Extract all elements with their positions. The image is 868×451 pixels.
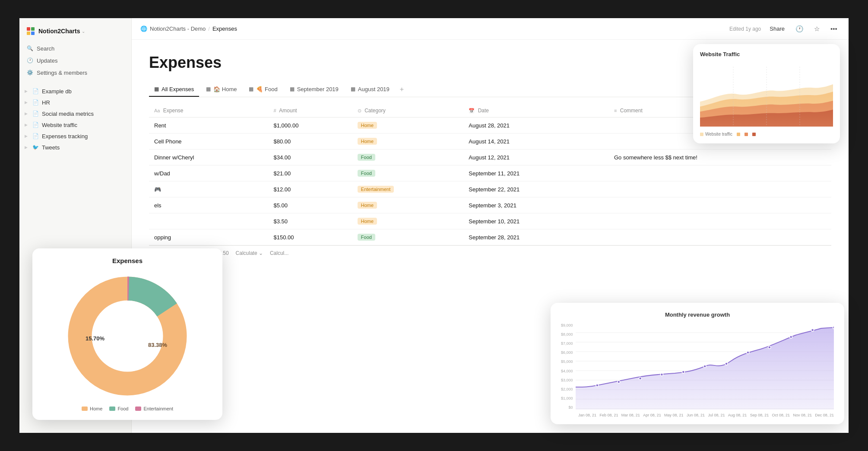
- tree-arrow-icon: ▶: [25, 122, 31, 128]
- legend-home-label: Home: [90, 406, 102, 411]
- svg-point-33: [833, 326, 834, 329]
- revenue-chart-title: Monthly revenue growth: [561, 311, 834, 318]
- donut-legend: Home Food Entertainment: [43, 406, 212, 411]
- tree-item-label: HR: [42, 99, 50, 106]
- cell-category: Home: [352, 197, 464, 213]
- tab-label: All Expenses: [162, 86, 194, 92]
- table-row: 🎮 $12.00 Entertainment September 22, 202…: [149, 181, 831, 197]
- settings-label: Settings & members: [37, 70, 87, 76]
- tab-september-2019[interactable]: ▦ September 2019: [285, 83, 344, 97]
- legend-food-color: [109, 407, 115, 411]
- tab-food[interactable]: ▦ 🍕 Food: [244, 83, 282, 97]
- cell-date: August 12, 2021: [463, 149, 609, 165]
- sidebar-item-example-db[interactable]: ▶ 📄 Example db: [19, 86, 131, 97]
- more-icon-button[interactable]: •••: [828, 23, 840, 35]
- cell-amount: $80.00: [269, 133, 352, 149]
- tab-label: September 2019: [297, 86, 339, 92]
- svg-point-25: [660, 373, 663, 376]
- svg-point-23: [617, 381, 620, 383]
- star-icon-button[interactable]: ☆: [811, 23, 823, 35]
- cell-date: September 10, 2021: [463, 213, 609, 229]
- cell-expense: 🎮: [149, 181, 269, 197]
- add-tab-button[interactable]: +: [396, 82, 407, 97]
- sidebar-header[interactable]: Notion2Charts ⌄: [19, 23, 131, 39]
- sidebar-item-website-traffic[interactable]: ▶ 📄 Website traffic: [19, 119, 131, 130]
- updates-label: Updates: [37, 57, 57, 64]
- col-amount: # Amount: [269, 104, 352, 118]
- traffic-chart: [700, 62, 833, 127]
- topbar-actions: Edited 1y ago Share 🕐 ☆ •••: [729, 23, 840, 35]
- tab-label: August 2019: [358, 86, 390, 92]
- svg-point-22: [596, 384, 598, 387]
- cell-date: September 22, 2021: [463, 181, 609, 197]
- tree-arrow-icon: ▶: [25, 144, 31, 150]
- cell-date: September 28, 2021: [463, 229, 609, 245]
- sidebar-item-expenses-tracking[interactable]: ▶ 📄 Expenses tracking: [19, 130, 131, 142]
- tree-item-label: Social media metrics: [42, 111, 94, 117]
- svg-text:15.70%: 15.70%: [86, 335, 105, 342]
- sidebar-item-hr[interactable]: ▶ 📄 HR: [19, 97, 131, 108]
- legend-color: [752, 133, 756, 136]
- legend-label: Website traffic: [705, 132, 732, 137]
- legend-home-color: [82, 407, 88, 411]
- cell-comment: [609, 197, 831, 213]
- legend-entertainment-label: Entertainment: [143, 406, 173, 411]
- svg-point-29: [747, 351, 749, 354]
- tab-august-2019[interactable]: ▦ August 2019: [345, 83, 395, 97]
- share-button[interactable]: Share: [766, 24, 788, 34]
- settings-icon: ⚙️: [26, 69, 33, 76]
- svg-point-27: [703, 365, 706, 368]
- cell-comment: [609, 229, 831, 245]
- svg-point-26: [682, 371, 684, 373]
- table-row: Dinner w/Cheryl $34.00 Food August 12, 2…: [149, 149, 831, 165]
- tab-all-expenses[interactable]: ▦ All Expenses: [149, 83, 199, 97]
- tree-arrow-icon: ▶: [25, 111, 31, 117]
- cell-amount: $1,000.00: [269, 118, 352, 133]
- sidebar-item-social-media[interactable]: ▶ 📄 Social media metrics: [19, 108, 131, 119]
- updates-icon: 🕐: [26, 57, 33, 64]
- sidebar-item-updates[interactable]: 🕐 Updates: [19, 54, 131, 67]
- cell-amount: $34.00: [269, 149, 352, 165]
- sidebar-item-search[interactable]: 🔍 Search: [19, 42, 131, 54]
- cell-category: Food: [352, 149, 464, 165]
- edited-timestamp: Edited 1y ago: [729, 26, 761, 32]
- sidebar-item-settings[interactable]: ⚙️ Settings & members: [19, 67, 131, 79]
- revenue-chart-svg: [576, 323, 834, 410]
- tree-arrow-icon: ▶: [25, 133, 31, 139]
- page-icon: 📄: [32, 110, 39, 117]
- page-icon: 📄: [32, 88, 39, 95]
- tree-arrow-icon: ▶: [25, 88, 31, 94]
- svg-rect-0: [27, 27, 30, 31]
- main-container: Notion2Charts ⌄ 🔍 Search 🕐 Updates ⚙️ Se…: [19, 18, 849, 433]
- clock-icon-button[interactable]: 🕐: [793, 23, 805, 35]
- tree-item-label: Example db: [42, 88, 72, 95]
- sidebar-app-title: Notion2Charts: [38, 28, 80, 35]
- donut-wrapper: 15.70% 83.38%: [43, 271, 212, 401]
- cell-category: Entertainment: [352, 181, 464, 197]
- svg-rect-3: [31, 32, 35, 35]
- chart-area: [576, 323, 834, 411]
- page-icon: 📄: [32, 133, 39, 140]
- revenue-chart-card: Monthly revenue growth $9,000 $8,000 $7,…: [551, 303, 844, 424]
- cell-expense: Rent: [149, 118, 269, 133]
- table-row: $3.50 Home September 10, 2021: [149, 213, 831, 229]
- legend-color: [700, 133, 703, 136]
- svg-rect-2: [27, 32, 30, 35]
- tab-home[interactable]: ▦ 🏠 Home: [201, 83, 242, 97]
- cell-expense: opping: [149, 229, 269, 245]
- breadcrumb: 🌐 Notion2Charts - Demo / Expenses: [140, 25, 237, 32]
- table-row: w/Dad $21.00 Food September 11, 2021: [149, 165, 831, 181]
- cell-comment: [609, 213, 831, 229]
- sidebar-item-tweets[interactable]: ▶ 🐦 Tweets: [19, 142, 131, 153]
- cell-expense: Dinner w/Cheryl: [149, 149, 269, 165]
- cell-category: Home: [352, 118, 464, 133]
- cell-expense: w/Dad: [149, 165, 269, 181]
- tree-arrow-icon: ▶: [25, 99, 31, 105]
- website-traffic-title: Website Traffic: [700, 51, 833, 57]
- calculate-btn-2[interactable]: Calculate ⌄: [236, 250, 263, 256]
- sidebar-chevron-icon: ⌄: [82, 29, 85, 34]
- svg-point-30: [768, 346, 770, 349]
- calculate-btn-3[interactable]: Calcul...: [270, 250, 288, 256]
- tweets-icon: 🐦: [32, 144, 39, 151]
- cell-date: August 28, 2021: [463, 118, 609, 133]
